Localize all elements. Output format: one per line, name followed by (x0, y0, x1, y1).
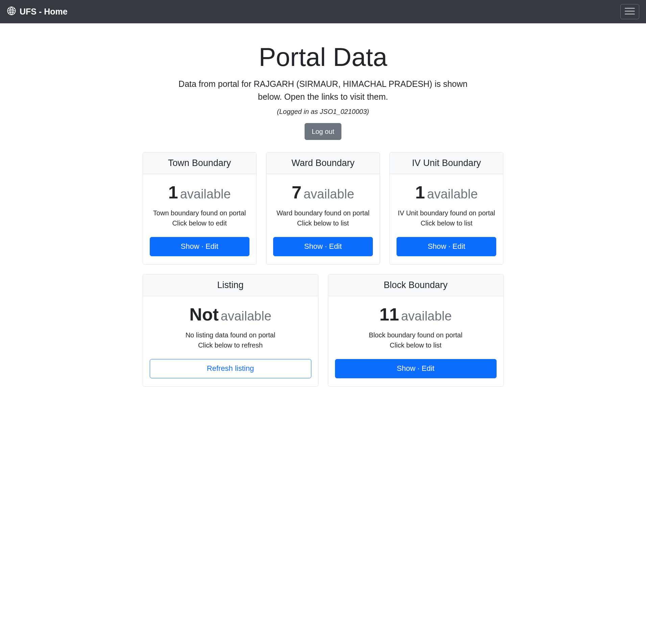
show-edit-button[interactable]: Show · Edit (397, 237, 496, 256)
desc-line-2: Click below to list (297, 219, 349, 227)
card-ward-boundary: Ward Boundary 7available Ward boundary f… (266, 152, 380, 265)
svg-rect-1 (625, 8, 635, 9)
hamburger-icon (625, 7, 635, 16)
count-line: 11available (335, 304, 497, 325)
count-value: 1 (415, 183, 425, 202)
card-body: 1available Town boundary found on portal… (143, 174, 256, 264)
count-line: 1available (150, 182, 249, 202)
count-line: 7available (273, 182, 373, 202)
desc-line-2: Click below to list (390, 341, 441, 349)
card-header: Block Boundary (328, 275, 503, 296)
count-suffix: available (427, 187, 478, 201)
count-line: Notavailable (150, 304, 311, 325)
navbar-brand[interactable]: UFS - Home (7, 6, 68, 18)
card-body: 1available IV Unit boundary found on por… (390, 174, 503, 264)
navbar: UFS - Home (0, 0, 646, 23)
navbar-brand-text: UFS - Home (20, 7, 68, 17)
logged-in-status: (Logged in as JSO1_0210003) (143, 108, 504, 116)
count-value: 11 (380, 305, 399, 324)
desc-line-2: Click below to edit (172, 219, 227, 227)
count-suffix: available (304, 187, 354, 201)
refresh-listing-button[interactable]: Refresh listing (150, 359, 311, 378)
card-description: Block boundary found on portal Click bel… (335, 330, 497, 350)
card-header: Listing (143, 275, 318, 296)
svg-rect-3 (625, 14, 635, 15)
desc-line-1: Ward boundary found on portal (277, 209, 369, 217)
hero: Portal Data Data from portal for RAJGARH… (143, 23, 504, 152)
card-header: Town Boundary (143, 152, 256, 174)
card-header: IV Unit Boundary (390, 152, 503, 174)
card-body: 7available Ward boundary found on portal… (266, 174, 380, 264)
card-description: IV Unit boundary found on portal Click b… (397, 208, 496, 228)
navbar-toggle-button[interactable] (620, 4, 639, 19)
show-edit-button[interactable]: Show · Edit (150, 237, 249, 256)
count-value: Not (189, 305, 219, 324)
card-body: Notavailable No listing data found on po… (143, 296, 318, 386)
show-edit-button[interactable]: Show · Edit (273, 237, 373, 256)
show-edit-button[interactable]: Show · Edit (335, 359, 497, 378)
count-value: 1 (168, 183, 178, 202)
card-description: No listing data found on portal Click be… (150, 330, 311, 350)
page-lead: Data from portal for RAJGARH (SIRMAUR, H… (178, 78, 469, 103)
desc-line-1: Town boundary found on portal (153, 209, 246, 217)
cards-row-1: Town Boundary 1available Town boundary f… (143, 152, 504, 265)
desc-line-1: Block boundary found on portal (369, 331, 462, 339)
card-header: Ward Boundary (266, 152, 380, 174)
card-iv-unit-boundary: IV Unit Boundary 1available IV Unit boun… (389, 152, 503, 265)
card-listing: Listing Notavailable No listing data fou… (143, 274, 318, 387)
cards-row-2: Listing Notavailable No listing data fou… (143, 274, 504, 387)
count-value: 7 (292, 183, 302, 202)
count-suffix: available (180, 187, 231, 201)
page-title: Portal Data (143, 42, 504, 72)
card-description: Town boundary found on portal Click belo… (150, 208, 249, 228)
desc-line-2: Click below to list (421, 219, 472, 227)
desc-line-2: Click below to refresh (198, 341, 263, 349)
card-block-boundary: Block Boundary 11available Block boundar… (328, 274, 504, 387)
desc-line-1: IV Unit boundary found on portal (398, 209, 495, 217)
svg-rect-2 (625, 11, 635, 12)
count-suffix: available (401, 309, 452, 323)
globe-icon (7, 6, 16, 18)
card-town-boundary: Town Boundary 1available Town boundary f… (143, 152, 257, 265)
card-body: 11available Block boundary found on port… (328, 296, 503, 386)
count-line: 1available (397, 182, 496, 202)
desc-line-1: No listing data found on portal (186, 331, 276, 339)
card-description: Ward boundary found on portal Click belo… (273, 208, 373, 228)
count-suffix: available (221, 309, 271, 323)
logout-button[interactable]: Log out (305, 123, 341, 140)
